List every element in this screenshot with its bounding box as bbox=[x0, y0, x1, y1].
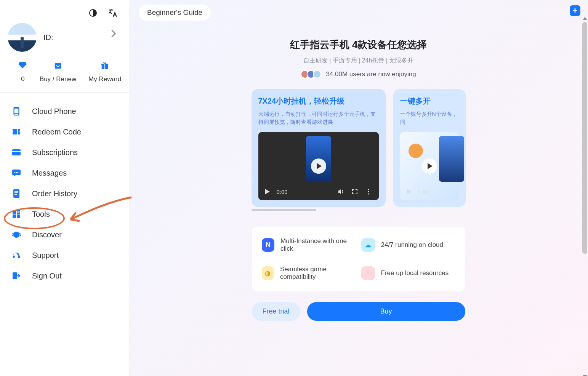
svg-point-20 bbox=[13, 232, 19, 238]
upload-icon: ↑ bbox=[361, 266, 375, 280]
svg-point-10 bbox=[16, 172, 17, 173]
svg-rect-7 bbox=[12, 149, 21, 155]
grid-icon bbox=[11, 209, 21, 219]
play-control-icon[interactable] bbox=[407, 189, 412, 194]
svg-rect-4 bbox=[104, 64, 105, 69]
video-player-1[interactable]: 0:00 bbox=[258, 132, 379, 200]
feature-cloud-247: ☁ 24/7 running on cloud bbox=[361, 237, 455, 253]
promo-cards-scroll[interactable]: 7X24小时挂机，轻松升级 云端运行，自动打怪，可同时运行多个云手机，支持同屏预… bbox=[252, 89, 466, 207]
sidebar-item-messages[interactable]: Messages bbox=[0, 163, 129, 183]
svg-point-9 bbox=[14, 172, 16, 173]
diamond-icon bbox=[18, 61, 27, 70]
sidebar-item-support[interactable]: Support bbox=[0, 245, 129, 266]
feature-multi-instance: N Multi-Instance with one click bbox=[262, 237, 356, 253]
users-row: 34.00M users are now enjoying bbox=[301, 70, 416, 78]
more-icon[interactable] bbox=[365, 188, 372, 195]
signout-icon bbox=[11, 271, 21, 281]
theme-toggle-icon[interactable] bbox=[88, 8, 98, 18]
sidebar-item-subscriptions[interactable]: Subscriptions bbox=[0, 142, 129, 163]
svg-point-27 bbox=[368, 193, 369, 194]
cloud-icon: ☁ bbox=[361, 238, 375, 252]
play-icon[interactable] bbox=[422, 158, 437, 174]
svg-rect-18 bbox=[13, 214, 16, 218]
volume-icon[interactable] bbox=[338, 188, 344, 195]
video-player-2[interactable]: 0:00 bbox=[400, 132, 459, 200]
bag-icon bbox=[53, 61, 62, 70]
scrollbar[interactable] bbox=[582, 22, 587, 373]
fullscreen-icon[interactable] bbox=[351, 188, 358, 195]
add-button[interactable]: + bbox=[570, 5, 580, 16]
promo-subtitle: 自主研发 | 手游专用 | 24h托管 | 无限多开 bbox=[303, 57, 414, 65]
svg-rect-15 bbox=[14, 194, 17, 195]
card-icon bbox=[11, 147, 21, 157]
svg-rect-19 bbox=[17, 214, 20, 218]
language-icon[interactable] bbox=[107, 8, 118, 18]
buy-renew-button[interactable]: Buy / Renew bbox=[40, 61, 76, 83]
play-icon[interactable] bbox=[311, 158, 326, 174]
play-control-icon[interactable] bbox=[265, 189, 270, 194]
headset-icon bbox=[11, 250, 21, 260]
gift-icon bbox=[100, 61, 109, 70]
svg-rect-14 bbox=[14, 192, 18, 193]
free-trial-button[interactable]: Free trial bbox=[252, 302, 300, 321]
sidebar-item-discover[interactable]: Discover bbox=[0, 224, 129, 245]
balance-button[interactable]: 0 bbox=[18, 61, 27, 83]
svg-rect-13 bbox=[14, 191, 18, 192]
users-avatars-icon bbox=[301, 70, 321, 78]
ticket-icon bbox=[11, 127, 21, 137]
features-box: N Multi-Instance with one click ☁ 24/7 r… bbox=[252, 227, 465, 291]
sidebar-item-tools[interactable]: Tools bbox=[0, 204, 129, 224]
svg-rect-1 bbox=[55, 63, 61, 69]
sidebar-item-order-history[interactable]: Order History bbox=[0, 183, 129, 204]
svg-rect-6 bbox=[17, 129, 18, 134]
main-content: Beginner's Guide + 红手指云手机 4款设备任您选择 自主研发 … bbox=[129, 0, 588, 376]
game-icon: ◑ bbox=[262, 266, 274, 280]
feature-free-resources: ↑ Free up local resources bbox=[361, 266, 455, 281]
feature-game-compat: ◑ Seamless game compatibility bbox=[262, 266, 356, 281]
svg-rect-8 bbox=[12, 151, 21, 152]
sidebar-item-redeem-code[interactable]: Redeem Code bbox=[0, 122, 129, 142]
user-id-label: ID: bbox=[43, 33, 53, 42]
svg-point-26 bbox=[368, 191, 369, 192]
promo-title: 红手指云手机 4款设备任您选择 bbox=[290, 38, 427, 51]
horizontal-scrollbar[interactable] bbox=[252, 209, 466, 211]
beginners-guide-button[interactable]: Beginner's Guide bbox=[139, 5, 211, 21]
avatar[interactable] bbox=[8, 23, 37, 52]
chevron-right-icon[interactable] bbox=[108, 28, 119, 39]
promo-card-1: 7X24小时挂机，轻松升级 云端运行，自动打怪，可同时运行多个云手机，支持同屏预… bbox=[252, 89, 386, 207]
svg-rect-12 bbox=[13, 189, 19, 198]
balance-value: 0 bbox=[21, 75, 24, 83]
phone-icon bbox=[11, 106, 21, 116]
sidebar: ID: 0 Buy / Renew My Reward bbox=[0, 0, 129, 376]
svg-point-11 bbox=[18, 172, 19, 173]
svg-point-25 bbox=[368, 189, 369, 190]
sidebar-item-cloud-phone[interactable]: Cloud Phone bbox=[0, 101, 129, 122]
svg-rect-22 bbox=[13, 256, 14, 258]
buy-button[interactable]: Buy bbox=[307, 302, 465, 321]
planet-icon bbox=[11, 230, 21, 240]
document-icon bbox=[11, 189, 21, 198]
promo-card-2: 一键多开 一个账号多开N个设备，同 0:00 bbox=[393, 89, 466, 207]
sidebar-item-sign-out[interactable]: Sign Out bbox=[0, 266, 129, 286]
chat-icon bbox=[11, 168, 21, 178]
users-count-text: 34.00M users are now enjoying bbox=[326, 70, 416, 78]
multi-instance-icon: N bbox=[262, 238, 275, 252]
my-reward-button[interactable]: My Reward bbox=[88, 61, 121, 83]
svg-rect-23 bbox=[18, 256, 20, 258]
svg-rect-16 bbox=[13, 210, 16, 214]
